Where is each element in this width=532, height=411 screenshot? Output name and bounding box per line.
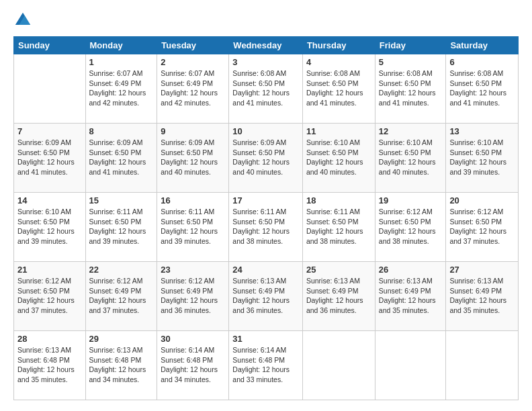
week-row-3: 14Sunrise: 6:10 AMSunset: 6:50 PMDayligh… [14,193,519,262]
day-info: Sunrise: 6:12 AMSunset: 6:50 PMDaylight:… [379,207,443,246]
column-header-sunday: Sunday [14,37,86,54]
day-info: Sunrise: 6:09 AMSunset: 6:50 PMDaylight:… [161,138,225,177]
day-info: Sunrise: 6:10 AMSunset: 6:50 PMDaylight:… [17,207,82,246]
day-number: 16 [161,195,225,205]
day-number: 28 [17,334,82,344]
day-cell: 16Sunrise: 6:11 AMSunset: 6:50 PMDayligh… [157,193,229,262]
column-header-wednesday: Wednesday [229,37,303,54]
day-info: Sunrise: 6:13 AMSunset: 6:48 PMDaylight:… [17,345,82,385]
calendar-table: SundayMondayTuesdayWednesdayThursdayFrid… [13,36,519,400]
column-header-monday: Monday [85,37,157,54]
day-info: Sunrise: 6:13 AMSunset: 6:49 PMDaylight:… [306,276,371,316]
day-cell [14,54,86,124]
week-row-4: 21Sunrise: 6:12 AMSunset: 6:50 PMDayligh… [14,262,519,331]
day-info: Sunrise: 6:11 AMSunset: 6:50 PMDaylight:… [306,207,371,246]
day-cell: 6Sunrise: 6:08 AMSunset: 6:50 PMDaylight… [446,54,519,124]
day-info: Sunrise: 6:12 AMSunset: 6:50 PMDaylight:… [17,276,82,316]
column-header-saturday: Saturday [446,37,519,54]
day-cell: 28Sunrise: 6:13 AMSunset: 6:48 PMDayligh… [14,331,86,400]
day-number: 10 [232,126,299,136]
day-number: 29 [89,334,154,344]
day-number: 14 [17,195,82,205]
day-info: Sunrise: 6:07 AMSunset: 6:49 PMDaylight:… [161,68,225,108]
day-info: Sunrise: 6:07 AMSunset: 6:49 PMDaylight:… [89,68,154,108]
day-cell: 31Sunrise: 6:14 AMSunset: 6:48 PMDayligh… [229,331,303,400]
day-info: Sunrise: 6:08 AMSunset: 6:50 PMDaylight:… [232,68,299,108]
day-number: 13 [449,126,515,136]
day-number: 18 [306,195,371,205]
day-cell: 7Sunrise: 6:09 AMSunset: 6:50 PMDaylight… [14,124,86,193]
day-info: Sunrise: 6:08 AMSunset: 6:50 PMDaylight:… [306,68,371,108]
day-cell: 20Sunrise: 6:12 AMSunset: 6:50 PMDayligh… [446,193,519,262]
day-info: Sunrise: 6:12 AMSunset: 6:49 PMDaylight:… [161,276,225,316]
day-cell: 14Sunrise: 6:10 AMSunset: 6:50 PMDayligh… [14,193,86,262]
column-header-tuesday: Tuesday [157,37,229,54]
day-number: 17 [232,195,299,205]
logo [13,11,35,30]
day-cell: 11Sunrise: 6:10 AMSunset: 6:50 PMDayligh… [302,124,375,193]
day-info: Sunrise: 6:14 AMSunset: 6:48 PMDaylight:… [161,345,225,385]
day-cell: 9Sunrise: 6:09 AMSunset: 6:50 PMDaylight… [157,124,229,193]
day-cell: 18Sunrise: 6:11 AMSunset: 6:50 PMDayligh… [302,193,375,262]
day-cell: 25Sunrise: 6:13 AMSunset: 6:49 PMDayligh… [302,262,375,331]
day-info: Sunrise: 6:13 AMSunset: 6:48 PMDaylight:… [89,345,154,385]
day-info: Sunrise: 6:11 AMSunset: 6:50 PMDaylight:… [89,207,154,246]
column-header-thursday: Thursday [302,37,375,54]
day-number: 21 [17,265,82,275]
day-info: Sunrise: 6:08 AMSunset: 6:50 PMDaylight:… [379,68,443,108]
day-info: Sunrise: 6:09 AMSunset: 6:50 PMDaylight:… [17,138,82,177]
day-info: Sunrise: 6:10 AMSunset: 6:50 PMDaylight:… [449,138,515,177]
day-cell: 29Sunrise: 6:13 AMSunset: 6:48 PMDayligh… [85,331,157,400]
day-number: 15 [89,195,154,205]
day-number: 27 [449,265,515,275]
day-cell: 5Sunrise: 6:08 AMSunset: 6:50 PMDaylight… [375,54,446,124]
day-info: Sunrise: 6:14 AMSunset: 6:48 PMDaylight:… [232,345,299,385]
day-info: Sunrise: 6:11 AMSunset: 6:50 PMDaylight:… [232,207,299,246]
day-cell: 4Sunrise: 6:08 AMSunset: 6:50 PMDaylight… [302,54,375,124]
day-info: Sunrise: 6:13 AMSunset: 6:49 PMDaylight:… [232,276,299,316]
day-cell: 23Sunrise: 6:12 AMSunset: 6:49 PMDayligh… [157,262,229,331]
day-number: 31 [232,334,299,344]
day-number: 12 [379,126,443,136]
day-cell [375,331,446,400]
page: SundayMondayTuesdayWednesdayThursdayFrid… [0,0,532,411]
day-number: 26 [379,265,443,275]
day-info: Sunrise: 6:11 AMSunset: 6:50 PMDaylight:… [161,207,225,246]
day-cell: 8Sunrise: 6:09 AMSunset: 6:50 PMDaylight… [85,124,157,193]
day-number: 5 [379,57,443,67]
day-info: Sunrise: 6:08 AMSunset: 6:50 PMDaylight:… [449,68,515,108]
day-cell: 12Sunrise: 6:10 AMSunset: 6:50 PMDayligh… [375,124,446,193]
header [13,11,519,30]
day-cell: 10Sunrise: 6:09 AMSunset: 6:50 PMDayligh… [229,124,303,193]
day-info: Sunrise: 6:09 AMSunset: 6:50 PMDaylight:… [89,138,154,177]
day-info: Sunrise: 6:09 AMSunset: 6:50 PMDaylight:… [232,138,299,177]
day-number: 23 [161,265,225,275]
day-cell: 26Sunrise: 6:13 AMSunset: 6:49 PMDayligh… [375,262,446,331]
day-number: 30 [161,334,225,344]
day-number: 2 [161,57,225,67]
week-row-5: 28Sunrise: 6:13 AMSunset: 6:48 PMDayligh… [14,331,519,400]
day-number: 4 [306,57,371,67]
day-number: 20 [449,195,515,205]
day-info: Sunrise: 6:12 AMSunset: 6:50 PMDaylight:… [449,207,515,246]
day-cell: 15Sunrise: 6:11 AMSunset: 6:50 PMDayligh… [85,193,157,262]
day-info: Sunrise: 6:13 AMSunset: 6:49 PMDaylight:… [449,276,515,316]
day-cell [302,331,375,400]
day-number: 24 [232,265,299,275]
header-row: SundayMondayTuesdayWednesdayThursdayFrid… [14,37,519,54]
week-row-2: 7Sunrise: 6:09 AMSunset: 6:50 PMDaylight… [14,124,519,193]
day-info: Sunrise: 6:10 AMSunset: 6:50 PMDaylight:… [379,138,443,177]
day-info: Sunrise: 6:12 AMSunset: 6:49 PMDaylight:… [89,276,154,316]
day-cell: 24Sunrise: 6:13 AMSunset: 6:49 PMDayligh… [229,262,303,331]
day-info: Sunrise: 6:10 AMSunset: 6:50 PMDaylight:… [306,138,371,177]
day-cell: 27Sunrise: 6:13 AMSunset: 6:49 PMDayligh… [446,262,519,331]
day-info: Sunrise: 6:13 AMSunset: 6:49 PMDaylight:… [379,276,443,316]
day-number: 11 [306,126,371,136]
day-cell: 30Sunrise: 6:14 AMSunset: 6:48 PMDayligh… [157,331,229,400]
day-number: 3 [232,57,299,67]
day-cell: 3Sunrise: 6:08 AMSunset: 6:50 PMDaylight… [229,54,303,124]
day-number: 9 [161,126,225,136]
day-number: 25 [306,265,371,275]
day-cell: 19Sunrise: 6:12 AMSunset: 6:50 PMDayligh… [375,193,446,262]
day-cell: 21Sunrise: 6:12 AMSunset: 6:50 PMDayligh… [14,262,86,331]
